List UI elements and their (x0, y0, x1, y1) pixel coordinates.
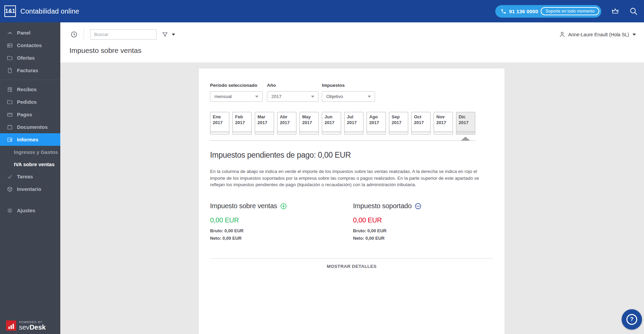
month-name: Ago (369, 114, 386, 120)
sidebar-item-panel[interactable]: Panel (0, 26, 60, 39)
input-tax-amount: 0,00 EUR (353, 216, 421, 224)
month-year: 2017 (257, 120, 274, 125)
year-label: Año (267, 83, 318, 88)
month-name: Ene (213, 114, 229, 120)
sales-tax-column: Impuesto sobre ventas 0,00 EUR Bruto: 0,… (210, 202, 353, 241)
sevdesk-logo-icon (6, 320, 16, 331)
period-value: mensual (214, 94, 232, 99)
month-name: Nov (436, 114, 453, 120)
sidebar-item-label: Ajustes (17, 208, 35, 213)
month-year: 2017 (436, 120, 453, 125)
brand-logo[interactable]: 1&1 (4, 5, 16, 17)
month-year: 2017 (235, 120, 251, 125)
app-title: Contabilidad online (20, 7, 79, 15)
sidebar-item-inventario[interactable]: Inventario (0, 183, 60, 195)
month-name: Dic (459, 114, 475, 120)
month-year: 2017 (325, 120, 341, 125)
sidebar-item-recibos[interactable]: Recibos (0, 83, 60, 96)
folder-icon (7, 55, 13, 61)
input-tax-neto: Neto: 0,00 EUR (353, 236, 421, 241)
month-year: 2017 (280, 120, 296, 125)
months-wrap: Ene 2017 Feb 2017 Mar 2017 Abr 2017 May … (210, 112, 476, 141)
help-button[interactable]: ? (622, 309, 642, 330)
month-tab[interactable]: May 2017 (299, 112, 319, 135)
sidebar: Panel Contactos Ofertas Facturas Recibos… (0, 22, 60, 334)
month-name: Mar (257, 114, 274, 120)
sidebar-subitem-label: IVA sobre ventas (14, 161, 55, 167)
sidebar-item-label: Tareas (17, 174, 33, 179)
month-tab[interactable]: Jul 2017 (344, 112, 363, 135)
content-area: Período seleccionado mensual Año 2017 Im… (60, 62, 644, 334)
tax-columns: Impuesto sobre ventas 0,00 EUR Bruto: 0,… (210, 202, 493, 241)
calendar-icon (7, 124, 13, 130)
sidebar-item-pedidos[interactable]: Pedidos (0, 96, 60, 108)
year-value: 2017 (271, 94, 282, 99)
sidebar-subitem-ingresos-y-gastos[interactable]: Ingresos y Gastos (0, 146, 60, 158)
month-tab[interactable]: Oct 2017 (411, 112, 431, 135)
sales-tax-bruto: Bruto: 0,00 EUR (210, 228, 353, 233)
tax-select[interactable]: Objetivo (322, 91, 375, 102)
cube-icon (7, 186, 13, 192)
details-divider (210, 258, 493, 259)
sidebar-item-label: Pedidos (17, 99, 37, 105)
question-mark-icon: ? (626, 314, 637, 325)
report-icon (7, 137, 13, 143)
sidebar-item-facturas[interactable]: Facturas (0, 64, 60, 77)
user-icon (559, 31, 565, 38)
month-name: Feb (235, 114, 251, 120)
sidebar-subitem-iva-sobre-ventas[interactable]: IVA sobre ventas (0, 158, 60, 170)
sidebar-item-ajustes[interactable]: Ajustes (0, 204, 60, 217)
input-tax-title-row: Impuesto soportado (353, 202, 421, 210)
month-tab[interactable]: Ene 2017 (210, 112, 229, 135)
sidebar-item-contactos[interactable]: Contactos (0, 39, 60, 52)
sevdesk-brand: sevDesk (19, 324, 46, 331)
support-badge: Soporte en todo momento (541, 7, 599, 15)
sidebar-item-documentos[interactable]: Documentos (0, 121, 60, 133)
sidebar-item-informes[interactable]: Informes (0, 133, 60, 146)
month-tab[interactable]: Mar 2017 (255, 112, 274, 135)
main-header: Anne-Laure Enault (Hola SL) Impuesto sob… (60, 22, 644, 62)
filter-button[interactable] (162, 32, 175, 38)
chevron-down-icon (632, 34, 636, 36)
phone-number: 91 136 0000 (509, 8, 538, 14)
sales-tax-amount: 0,00 EUR (210, 216, 353, 224)
gear-icon (7, 208, 13, 214)
month-tab[interactable]: Jun 2017 (322, 112, 341, 135)
search-icon[interactable] (629, 7, 638, 16)
selected-month-pointer-icon (461, 137, 470, 141)
sidebar-item-label: Contactos (17, 42, 42, 48)
document-icon (7, 67, 13, 74)
sidebar-item-tareas[interactable]: Tareas (0, 170, 60, 183)
sidebar-item-label: Documentos (17, 124, 48, 130)
search-input[interactable] (90, 29, 157, 40)
sidebar-item-label: Recibos (17, 86, 37, 92)
minus-circle-icon (415, 203, 421, 210)
history-clock-icon[interactable] (70, 31, 78, 38)
crown-icon[interactable] (611, 7, 620, 16)
month-tab[interactable]: Dic 2017 (456, 112, 475, 135)
input-tax-bruto: Bruto: 0,00 EUR (353, 228, 421, 233)
month-tab[interactable]: Feb 2017 (232, 112, 252, 135)
show-details-button[interactable]: MOSTRAR DETALLES (210, 264, 493, 269)
sidebar-item-ofertas[interactable]: Ofertas (0, 52, 60, 64)
period-select[interactable]: mensual (210, 91, 263, 102)
filters-row: Período seleccionado mensual Año 2017 Im… (210, 83, 493, 102)
sidebar-item-pagos[interactable]: Pagos (0, 108, 60, 121)
month-year: 2017 (302, 120, 318, 125)
year-select[interactable]: 2017 (267, 91, 318, 102)
month-tab[interactable]: Ago 2017 (367, 112, 386, 135)
input-tax-column: Impuesto soportado 0,00 EUR Bruto: 0,00 … (353, 202, 421, 241)
contact-card-icon (7, 42, 13, 48)
toolbar: Anne-Laure Enault (Hola SL) (60, 22, 644, 42)
month-tab[interactable]: Abr 2017 (277, 112, 296, 135)
gauge-icon (7, 30, 13, 36)
month-year: 2017 (369, 120, 386, 125)
sevdesk-footer[interactable]: POWERED BY sevDesk (6, 320, 46, 331)
sidebar-item-label: Facturas (17, 67, 38, 73)
user-menu[interactable]: Anne-Laure Enault (Hola SL) (559, 31, 636, 38)
period-label: Período seleccionado (210, 83, 263, 88)
month-tab[interactable]: Nov 2017 (434, 112, 453, 135)
support-phone-pill[interactable]: 91 136 0000 Soporte en todo momento (495, 5, 601, 18)
month-tab[interactable]: Sep 2017 (389, 112, 408, 135)
month-tabs: Ene 2017 Feb 2017 Mar 2017 Abr 2017 May … (210, 112, 476, 135)
